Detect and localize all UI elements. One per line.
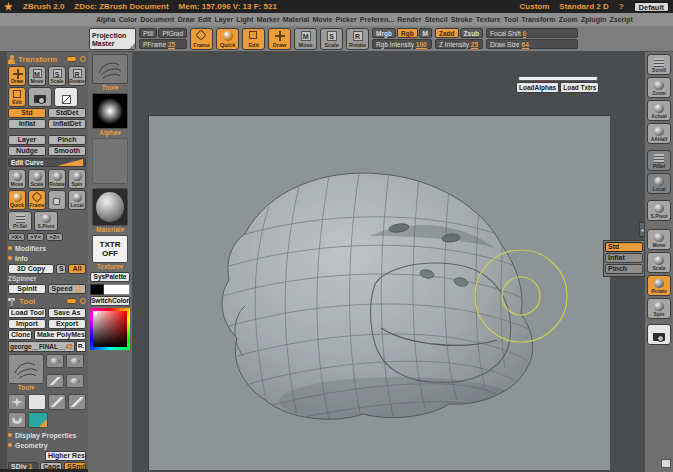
popup-pinch-item[interactable]: Pinch (605, 264, 643, 274)
speed-slider[interactable]: Speed 10 (48, 284, 86, 294)
scale-button[interactable]: S Scale (48, 66, 66, 86)
load-alphas-button[interactable]: LoadAlphas (516, 82, 559, 93)
mrgb-toggle[interactable]: Mrgb (372, 28, 396, 38)
cube-button[interactable] (48, 190, 66, 210)
menu-zscript[interactable]: Zscript (610, 16, 633, 23)
menu-draw[interactable]: Draw (178, 16, 195, 23)
menu-movie[interactable]: Movie (313, 16, 333, 23)
axis-x-button[interactable]: >X< (8, 233, 25, 241)
focal-shift-slider[interactable]: Focal Shift 0 (486, 28, 578, 38)
tool-thumbnail[interactable] (8, 394, 26, 410)
menu-zoom[interactable]: Zoom (559, 16, 578, 23)
higher-res-button[interactable]: Higher Res (45, 451, 86, 461)
menu-render[interactable]: Render (397, 16, 421, 23)
clone-button[interactable]: Clone (8, 330, 32, 340)
local-shelf-button[interactable]: Local (647, 173, 671, 194)
current-tool-swatch[interactable] (92, 54, 128, 84)
stroke-swatch[interactable] (92, 138, 128, 184)
tool-thumbnail[interactable] (48, 394, 66, 410)
alpha-swatch[interactable] (92, 93, 128, 129)
marker-button[interactable] (54, 87, 78, 107)
all-button[interactable]: All (68, 264, 86, 274)
edit-curve[interactable]: Edit Curve (8, 158, 86, 167)
tool-thumbnail[interactable] (46, 354, 64, 368)
snapshot-shelf-button[interactable] (647, 324, 671, 345)
draw-mode-button[interactable]: Draw (268, 28, 291, 50)
actual-size-button[interactable]: Actual (647, 100, 671, 121)
move-gyro-button[interactable]: Move (8, 169, 26, 189)
move-mode-button[interactable]: M Move (294, 28, 317, 50)
shelf-material-label[interactable]: Material▾ (96, 226, 124, 235)
color-picker-cursor[interactable] (94, 312, 97, 315)
export-button[interactable]: Export (48, 319, 86, 329)
scale-gyro-button[interactable]: Scale (28, 169, 46, 189)
draw-button[interactable]: Draw (8, 66, 26, 86)
pframe-slider[interactable]: PFrame 25 (139, 39, 187, 49)
scale-mode-button[interactable]: S Scale (320, 28, 343, 50)
stddet-brush-button[interactable]: StdDet (48, 108, 86, 118)
import-button[interactable]: Import (8, 319, 46, 329)
projection-master-button[interactable]: Projection Master (89, 28, 136, 50)
menu-stroke[interactable]: Stroke (451, 16, 473, 23)
smooth-brush-button[interactable]: Smooth (48, 146, 86, 156)
spivot-shelf-button[interactable]: S.Pivot (647, 200, 671, 221)
tool-thumbnail-simplebrush[interactable] (28, 394, 46, 410)
tool-thumbnail[interactable] (66, 354, 84, 368)
spin-view-button[interactable]: Spin (647, 298, 671, 319)
geometry-section[interactable]: Geometry (8, 440, 86, 450)
pinch-brush-button[interactable]: Pinch (48, 135, 86, 145)
zadd-toggle[interactable]: Zadd (435, 28, 459, 38)
tool-thumbnail[interactable] (46, 374, 64, 388)
layer-brush-button[interactable]: Layer (8, 135, 46, 145)
rotate-mode-button[interactable]: R Rotate (346, 28, 369, 50)
copy-3d-button[interactable]: 3D Copy (8, 264, 54, 274)
m-toggle[interactable]: M (419, 28, 432, 38)
tool-popup-label[interactable]: Tool▾ (8, 384, 44, 392)
s-button[interactable]: S (56, 264, 66, 274)
rgb-intensity-slider[interactable]: Rgb Intensity 100 (372, 39, 432, 49)
tool-thumbnail-selected[interactable] (28, 412, 48, 428)
scroll-corner[interactable] (661, 459, 671, 468)
shelf-alpha-label[interactable]: Alpha▾ (99, 129, 120, 138)
default-config-button[interactable]: Default (634, 2, 669, 12)
edit-button[interactable]: Edit (8, 87, 26, 107)
menu-transform[interactable]: Transform (521, 16, 555, 23)
tool-thumbnail[interactable] (66, 374, 84, 388)
spin-button[interactable]: Spin (68, 169, 86, 189)
document-canvas[interactable] (148, 115, 610, 470)
collapsed-tray-bar[interactable] (518, 76, 598, 81)
popup-std-item[interactable]: Std (605, 242, 643, 252)
move-button[interactable]: M Move (28, 66, 46, 86)
modifiers-section[interactable]: Modifiers (8, 243, 86, 253)
standard-ui-button[interactable]: Standard 2 D (559, 2, 608, 11)
zsub-toggle[interactable]: Zsub (460, 28, 484, 38)
ptsel-button[interactable]: Pt Sel (8, 211, 32, 231)
make-polymesh-button[interactable]: Make PolyMesh3D (34, 330, 86, 340)
draw-size-slider[interactable]: Draw Size 64 (486, 39, 578, 49)
menu-alpha[interactable]: Alpha (96, 16, 115, 23)
rotate-button[interactable]: R Rotate (68, 66, 86, 86)
menu-layer[interactable]: Layer (214, 16, 233, 23)
tool-name-field[interactable]: george__FINAL__45 (8, 341, 75, 352)
material-swatch[interactable] (92, 188, 128, 226)
z-intensity-slider[interactable]: Z Intensity 25 (435, 39, 483, 49)
palette-cycle-icon[interactable] (80, 298, 86, 304)
custom-ui-button[interactable]: Custom (520, 2, 550, 11)
menu-color[interactable]: Color (119, 16, 137, 23)
menu-picker[interactable]: Picker (336, 16, 357, 23)
display-properties-section[interactable]: Display Properties (8, 430, 86, 440)
color-picker[interactable] (90, 308, 130, 350)
menu-tool[interactable]: Tool (504, 16, 518, 23)
spivot-button[interactable]: S.Pivot (34, 211, 58, 231)
rotate-gyro-button[interactable]: Rotate (48, 169, 66, 189)
menu-edit[interactable]: Edit (198, 16, 211, 23)
menu-marker[interactable]: Marker (257, 16, 280, 23)
load-txtrs-button[interactable]: Load Txtrs (560, 82, 599, 93)
tool-thumbnail[interactable] (68, 394, 86, 410)
help-button[interactable]: ? (619, 2, 624, 11)
save-as-button[interactable]: Save As (48, 308, 86, 318)
menu-document[interactable]: Document (140, 16, 174, 23)
menu-material[interactable]: Material (283, 16, 309, 23)
ptsel-shelf-button[interactable]: PtSel (647, 150, 671, 171)
popup-inflat-item[interactable]: Inflat (605, 253, 643, 263)
